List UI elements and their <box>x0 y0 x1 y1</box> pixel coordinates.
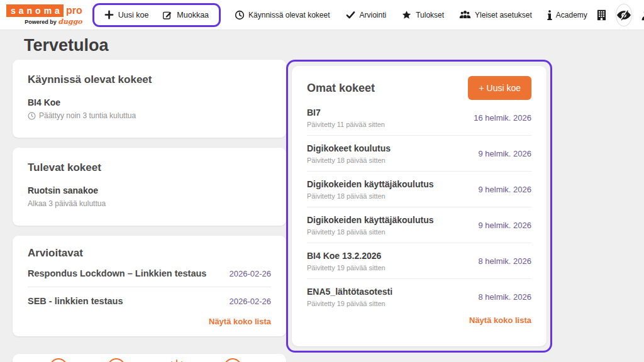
my-exam-updated: Päivitetty 18 päivää sitten <box>307 228 434 236</box>
arrow-up-circle-icon[interactable] <box>107 358 126 362</box>
dashboard-page: sanoma pro Powered by duggo Uusi koe <box>0 0 644 362</box>
clock-circle-icon[interactable] <box>49 358 68 362</box>
my-exam-name: Digikokeiden käyttäjäkoulutus <box>307 215 434 225</box>
nav-item-label: Yleiset asetukset <box>475 11 532 19</box>
my-exams-show-all-link[interactable]: Näytä koko lista <box>307 315 531 325</box>
my-exam-date: 9 helmik. 2026 <box>478 185 531 194</box>
new-exam-button[interactable]: Uusi koe <box>104 10 149 19</box>
visibility-toggle-button[interactable] <box>616 4 632 26</box>
eye-off-icon <box>616 9 631 21</box>
users-icon <box>459 10 471 19</box>
upcoming-exams-title: Tulevat kokeet <box>28 162 271 174</box>
pro-logo-text: pro <box>66 6 82 16</box>
my-exam-row[interactable]: BI4 Koe 13.2.2026 Päivitetty 19 päivää s… <box>307 243 531 279</box>
my-exam-updated: Päivitetty 19 päivää sitten <box>307 300 392 307</box>
annotation-box-nav-actions: Uusi koe Muokkaa <box>92 3 221 27</box>
clock-icon <box>235 10 245 20</box>
to-grade-show-all-link[interactable]: Näytä koko lista <box>28 317 271 326</box>
user-icon <box>641 9 644 21</box>
my-exam-date: 8 helmik. 2026 <box>478 256 531 266</box>
to-grade-card: Arvioitavat Respondus Lockdown – Linkkie… <box>13 236 286 336</box>
my-exam-row[interactable]: Digikokeiden käyttäjäkoulutus Päivitetty… <box>307 172 531 207</box>
compass-circle-icon[interactable] <box>223 358 242 362</box>
ongoing-exam-name[interactable]: BI4 Koe <box>28 97 271 107</box>
page-title: Tervetuloa <box>24 36 644 55</box>
building-icon <box>596 9 607 21</box>
info-icon <box>547 10 552 20</box>
my-exam-date: 8 helmik. 2026 <box>478 292 531 302</box>
my-exams-card: Omat kokeet + Uusi koe BI7 Päivitetty 11… <box>292 66 547 346</box>
duggo-logo-text: duggo <box>58 18 82 26</box>
upcoming-exam-name[interactable]: Ruotsin sanakoe <box>28 185 271 195</box>
to-grade-row[interactable]: SEB - linkkien testaus 2026-02-26 <box>28 287 271 314</box>
my-exam-row[interactable]: BI7 Päivitetty 11 päivää sitten 16 helmi… <box>307 100 531 136</box>
ongoing-exam-status: Päättyy noin 3 tuntia kuluttua <box>39 111 136 120</box>
nav-item-ongoing-exams[interactable]: Käynnissä olevat kokeet <box>235 10 330 20</box>
nav-item-general-settings[interactable]: Yleiset asetukset <box>459 10 532 19</box>
to-grade-title: Arvioitavat <box>28 247 271 260</box>
nav-item-results[interactable]: Tulokset <box>401 10 444 20</box>
new-exam-label: Uusi koe <box>118 11 149 19</box>
my-exam-updated: Päivitetty 19 päivää sitten <box>307 264 386 272</box>
clock-icon <box>28 112 36 120</box>
edit-button[interactable]: Muokkaa <box>162 10 209 20</box>
to-grade-exam-date: 2026-02-26 <box>230 297 272 306</box>
upcoming-exam-status: Alkaa 3 päivää kuluttua <box>28 199 106 208</box>
left-column: Käynnissä olevat kokeet BI4 Koe Päättyy … <box>13 60 286 362</box>
my-exam-name: BI7 <box>307 107 385 118</box>
powered-by-label: Powered by <box>25 19 57 25</box>
sanoma-pro-logo[interactable]: sanoma pro Powered by duggo <box>6 4 82 26</box>
sanoma-logo-text: sanoma <box>6 4 64 17</box>
organization-button[interactable] <box>596 9 607 21</box>
dashboard-columns: Käynnissä olevat kokeet BI4 Koe Päättyy … <box>13 60 644 362</box>
nav-item-label: Tulokset <box>416 11 444 19</box>
my-exam-name: Digikokeiden käyttäjäkoulutus <box>307 179 434 189</box>
my-exam-name: Digikokeet koulutus <box>307 143 391 153</box>
to-grade-row[interactable]: Respondus Lockdown – Linkkien testaus 20… <box>28 260 271 287</box>
sun-icon[interactable] <box>167 356 187 362</box>
plus-icon <box>104 10 114 19</box>
to-grade-exam-date: 2026-02-26 <box>230 269 272 278</box>
my-exam-date: 16 helmik. 2026 <box>474 113 531 123</box>
my-exam-name: ENA5_lähtötasotesti <box>307 287 392 297</box>
navbar-menu: Käynnissä olevat kokeet Arviointi Tuloks… <box>235 10 587 20</box>
edit-icon <box>162 10 172 20</box>
my-exam-updated: Päivitetty 18 päivää sitten <box>307 156 391 164</box>
nav-item-grading[interactable]: Arviointi <box>345 10 387 19</box>
annotation-box-my-exams: Omat kokeet + Uusi koe BI7 Päivitetty 11… <box>286 60 552 353</box>
my-exam-date: 9 helmik. 2026 <box>478 221 531 230</box>
nav-item-label: Arviointi <box>360 11 387 19</box>
ongoing-exams-card: Käynnissä olevat kokeet BI4 Koe Päättyy … <box>13 60 286 138</box>
check-icon <box>345 10 356 19</box>
my-exam-row[interactable]: Digikokeet koulutus Päivitetty 18 päivää… <box>307 136 531 172</box>
my-exam-updated: Päivitetty 18 päivää sitten <box>307 192 434 200</box>
my-exam-date: 9 helmik. 2026 <box>478 149 531 158</box>
star-icon <box>401 10 412 20</box>
my-exams-title: Omat kokeet <box>307 82 375 95</box>
ongoing-exams-title: Käynnissä olevat kokeet <box>28 74 271 86</box>
my-exam-updated: Päivitetty 11 päivää sitten <box>307 121 385 128</box>
new-exam-button[interactable]: + Uusi koe <box>468 76 531 100</box>
my-exam-name: BI4 Koe 13.2.2026 <box>307 251 386 261</box>
edit-label: Muokkaa <box>177 11 209 19</box>
nav-item-academy[interactable]: Academy <box>547 10 587 20</box>
to-grade-exam-name: Respondus Lockdown – Linkkien testaus <box>28 268 206 278</box>
quick-links-card <box>13 354 286 362</box>
nav-item-label: Academy <box>556 11 587 19</box>
to-grade-exam-name: SEB - linkkien testaus <box>28 296 123 306</box>
nav-item-label: Käynnissä olevat kokeet <box>248 11 330 19</box>
top-navbar: sanoma pro Powered by duggo Uusi koe <box>0 0 644 30</box>
my-exam-row[interactable]: Digikokeiden käyttäjäkoulutus Päivitetty… <box>307 207 531 243</box>
upcoming-exams-card: Tulevat kokeet Ruotsin sanakoe Alkaa 3 p… <box>13 148 286 226</box>
my-exam-row[interactable]: ENA5_lähtötasotesti Päivitetty 19 päivää… <box>307 279 531 314</box>
profile-button[interactable] <box>641 9 644 21</box>
